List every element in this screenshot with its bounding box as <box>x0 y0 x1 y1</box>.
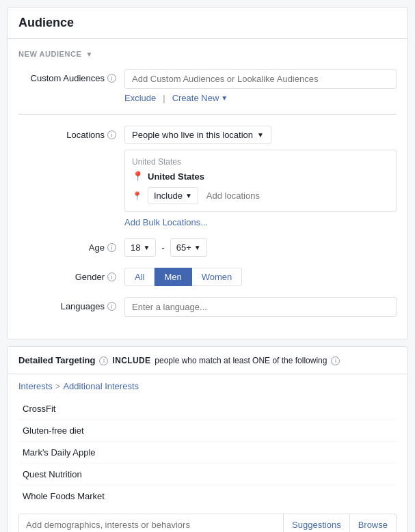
add-targeting-row: Suggestions Browse <box>18 514 397 532</box>
languages-label: Languages i <box>18 297 124 311</box>
include-pin-icon: 📍 <box>132 191 142 201</box>
gender-buttons: All Men Women <box>124 268 397 286</box>
add-targeting-input[interactable] <box>19 514 283 532</box>
divider-1 <box>18 114 397 115</box>
new-audience-label: NEW AUDIENCE <box>18 50 81 58</box>
detailed-targeting-label: Detailed Targeting <box>18 355 95 365</box>
age-min-dropdown[interactable]: 18 ▼ <box>124 238 156 257</box>
additional-interests-link[interactable]: Additional Interests <box>63 381 139 391</box>
page-title: Audience <box>8 8 407 39</box>
interest-item-gluten-free: Gluten-free diet <box>18 420 397 442</box>
audience-section: Audience NEW AUDIENCE ▼ Custom Audiences… <box>7 7 408 339</box>
custom-audiences-label: Custom Audiences i <box>18 69 124 83</box>
age-row: Age i 18 ▼ - 65+ ▼ <box>18 238 397 257</box>
new-audience-dropdown-arrow[interactable]: ▼ <box>85 51 92 58</box>
gender-all-button[interactable]: All <box>124 268 155 286</box>
locations-row: Locations i People who live in this loca… <box>18 126 397 227</box>
custom-audiences-row: Custom Audiences i Exclude | Create New … <box>18 69 397 103</box>
include-description: people who match at least ONE of the fol… <box>155 356 327 365</box>
languages-info-icon[interactable]: i <box>107 302 116 311</box>
gender-row: Gender i All Men Women <box>18 268 397 286</box>
gender-label: Gender i <box>18 268 124 282</box>
include-dropdown[interactable]: Include ▼ <box>148 187 198 204</box>
detailed-targeting-info-icon[interactable]: i <box>99 356 108 365</box>
age-max-dropdown[interactable]: 65+ ▼ <box>170 238 207 257</box>
interests-breadcrumb: Interests > Additional Interests <box>18 381 397 391</box>
interest-item-quest-nutrition: Quest Nutrition <box>18 464 397 486</box>
location-item-us: 📍 United States <box>132 171 389 182</box>
custom-audiences-info-icon[interactable]: i <box>107 74 116 83</box>
interest-item-marks-daily-apple: Mark's Daily Apple <box>18 442 397 464</box>
gender-info-icon[interactable]: i <box>107 272 116 281</box>
targeting-actions: Suggestions Browse <box>283 514 396 532</box>
custom-audiences-links: Exclude | Create New ▼ <box>124 93 397 103</box>
age-label: Age i <box>18 238 124 253</box>
age-selectors: 18 ▼ - 65+ ▼ <box>124 238 397 257</box>
bulk-locations-link: Add Bulk Locations... <box>124 212 397 227</box>
audience-body: NEW AUDIENCE ▼ Custom Audiences i Exclud… <box>8 39 407 339</box>
age-content: 18 ▼ - 65+ ▼ <box>124 238 397 257</box>
interests-breadcrumb-link[interactable]: Interests <box>18 381 53 391</box>
add-locations-input[interactable] <box>204 188 389 204</box>
targeting-content: Interests > Additional Interests CrossFi… <box>8 374 407 532</box>
age-dash: - <box>161 242 164 253</box>
locations-content: People who live in this location ▼ Unite… <box>124 126 397 227</box>
location-box: United States 📍 United States 📍 Include … <box>124 150 397 212</box>
breadcrumb-separator: > <box>55 381 61 391</box>
interest-item-crossfit: CrossFit <box>18 398 397 420</box>
location-country-name: United States <box>148 171 204 182</box>
exclude-link[interactable]: Exclude <box>124 93 156 103</box>
gender-men-button[interactable]: Men <box>155 268 191 286</box>
one-of-following-info-icon[interactable]: i <box>331 356 340 365</box>
browse-button[interactable]: Browse <box>350 514 396 532</box>
detailed-targeting-header: Detailed Targeting i INCLUDE people who … <box>8 347 407 374</box>
gender-women-button[interactable]: Women <box>192 268 243 286</box>
new-audience-row: NEW AUDIENCE ▼ <box>18 50 397 58</box>
age-info-icon[interactable]: i <box>107 243 116 252</box>
languages-input[interactable] <box>124 297 397 317</box>
locations-dropdown[interactable]: People who live in this location ▼ <box>124 126 271 144</box>
languages-row: Languages i <box>18 297 397 317</box>
include-row: 📍 Include ▼ <box>132 187 389 204</box>
suggestions-button[interactable]: Suggestions <box>284 514 350 532</box>
bulk-link[interactable]: Add Bulk Locations... <box>124 217 208 227</box>
create-new-link[interactable]: Create New ▼ <box>172 93 228 103</box>
interest-list: CrossFit Gluten-free diet Mark's Daily A… <box>18 398 397 507</box>
pin-icon: 📍 <box>132 171 144 182</box>
detailed-targeting-section: Detailed Targeting i INCLUDE people who … <box>7 346 408 532</box>
custom-audiences-input[interactable] <box>124 69 397 89</box>
include-text: INCLUDE <box>112 356 150 365</box>
interest-item-whole-foods: Whole Foods Market <box>18 486 397 507</box>
location-country-header: United States <box>132 157 389 167</box>
custom-audiences-content: Exclude | Create New ▼ <box>124 69 397 103</box>
languages-content <box>124 297 397 317</box>
gender-content: All Men Women <box>124 268 397 286</box>
locations-info-icon[interactable]: i <box>107 130 116 139</box>
locations-label: Locations i <box>18 126 124 140</box>
